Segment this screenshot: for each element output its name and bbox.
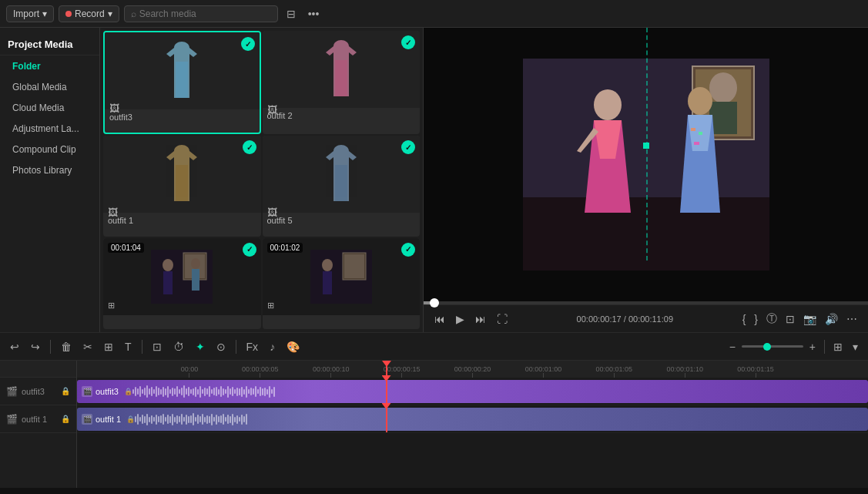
image-type-icon: 🖼 xyxy=(109,102,119,114)
step-forward-button[interactable]: ⏭ xyxy=(472,311,489,327)
step-back-button[interactable]: ⏮ xyxy=(431,311,448,327)
timeline-position-dot xyxy=(643,143,649,149)
ruler-mark-0: 00:00 xyxy=(154,365,225,378)
progress-bar[interactable] xyxy=(424,301,868,304)
tl-snap-button[interactable]: ⊙ xyxy=(213,338,230,355)
progress-fill xyxy=(424,301,435,304)
zoom-slider[interactable] xyxy=(742,345,803,348)
ruler-mark-1: 00:00:00:05 xyxy=(225,365,296,378)
sidebar-item-cloud-media[interactable]: Cloud Media xyxy=(3,98,96,118)
tl-fx-button[interactable]: Fx xyxy=(243,338,263,355)
photos-library-label: Photos Library xyxy=(12,165,72,176)
check-badge-outfit3: ✓ xyxy=(241,37,255,51)
sidebar-item-compound-clip[interactable]: Compound Clip xyxy=(3,139,96,160)
search-box[interactable]: ⌕ xyxy=(124,5,278,22)
tl-redo-button[interactable]: ↪ xyxy=(27,338,44,355)
tl-speed-button[interactable]: ⏱ xyxy=(169,338,188,355)
main-area: Project Media Folder Global Media Cloud … xyxy=(0,28,868,332)
tl-color-button[interactable]: 🎨 xyxy=(283,338,303,355)
ruler-label-5: 00:00:01:00 xyxy=(525,365,562,373)
edit-icon-button[interactable]: Ⓣ xyxy=(763,311,780,328)
tl-text-button[interactable]: T xyxy=(121,338,136,355)
media-item-outfit3[interactable]: 🖼 ✓ outfit3 xyxy=(103,31,261,134)
check-badge-video1: ✓ xyxy=(243,243,256,257)
settings-button[interactable]: ⋯ xyxy=(843,311,860,327)
tl-undo-button[interactable]: ↩ xyxy=(6,338,23,355)
clip-thumbnail-icon-2: 🎬 xyxy=(82,414,92,425)
tl-split-button[interactable]: ⊞ xyxy=(100,338,117,355)
search-input[interactable] xyxy=(139,8,271,19)
clip-waveform-outfit1 xyxy=(135,412,863,427)
track-row-outfit3[interactable]: 🎬 outfit3 🔒 xyxy=(77,378,868,405)
play-button[interactable]: ▶ xyxy=(453,311,468,327)
fullscreen-button[interactable]: ⛶ xyxy=(494,311,511,327)
audio-button[interactable]: 🔊 xyxy=(822,311,841,327)
duration-badge-video1: 00:01:04 xyxy=(108,243,144,253)
svg-point-19 xyxy=(594,89,622,120)
tl-sep-3 xyxy=(236,340,236,354)
zoom-in-button[interactable]: + xyxy=(806,338,819,355)
progress-thumb[interactable] xyxy=(430,298,439,307)
timeline-area: ↩ ↪ 🗑 ✂ ⊞ T ⊡ ⏱ ✦ ⊙ Fx ♪ 🎨 − + ⊞ ▾ xyxy=(0,332,868,494)
media-label-outfit2: outfit 2 xyxy=(263,108,421,124)
clip-lock-outfit1: 🔒 xyxy=(126,415,135,423)
mark-in-button[interactable]: { xyxy=(739,311,749,327)
media-item-outfit5[interactable]: 🖼 ✓ outfit 5 xyxy=(263,136,421,236)
time-total: 00:00:11:09 xyxy=(628,314,673,324)
adjustment-layer-label: Adjustment La... xyxy=(12,123,79,134)
record-button[interactable]: Record ▾ xyxy=(59,5,119,22)
media-thumb-outfit3 xyxy=(105,32,260,109)
media-label-video2 xyxy=(263,315,421,322)
track-label-outfit3: outfit3 xyxy=(22,387,45,396)
media-label-outfit1: outfit 1 xyxy=(103,213,261,229)
timeline-scroll[interactable] xyxy=(0,488,868,494)
grid-button[interactable]: ⊞ xyxy=(829,338,846,355)
media-item-video2[interactable]: 00:01:02 ⊞ ✓ xyxy=(263,238,421,329)
filter-button[interactable]: ⊟ xyxy=(283,5,300,22)
sidebar-item-adjustment-layer[interactable]: Adjustment La... xyxy=(3,119,96,139)
mark-out-button[interactable]: } xyxy=(751,311,761,327)
media-item-video1[interactable]: 00:01:04 ⊞ ✓ xyxy=(103,238,261,329)
tl-cut-button[interactable]: ✂ xyxy=(79,338,96,355)
clip-outfit1[interactable]: 🎬 outfit 1 🔒 xyxy=(77,408,868,431)
preview-video xyxy=(424,28,868,301)
clip-label-outfit3: outfit3 xyxy=(96,387,119,396)
clip-outfit3[interactable]: 🎬 outfit3 🔒 xyxy=(77,380,868,403)
sidebar-item-folder[interactable]: Folder xyxy=(3,56,96,76)
zoom-out-button[interactable]: − xyxy=(726,338,739,355)
time-display: 00:00:00:17 / 00:00:11:09 xyxy=(577,314,673,324)
ruler-mark-4: 00:00:00:20 xyxy=(437,365,508,378)
more-options-button[interactable]: ••• xyxy=(304,5,323,22)
import-chevron-icon: ▾ xyxy=(42,8,47,19)
time-current: 00:00:00:17 xyxy=(577,314,622,324)
tl-audio-button[interactable]: ♪ xyxy=(266,338,279,355)
sidebar-item-global-media[interactable]: Global Media xyxy=(3,77,96,97)
zoom-controls: − + ⊞ ▾ xyxy=(726,338,862,355)
ruler-label-1: 00:00:00:05 xyxy=(242,365,279,373)
timeline-content: 🎬 outfit3 🔒 🎬 outfit 1 🔒 00:00 xyxy=(0,361,868,488)
ruler-label-6: 00:00:01:05 xyxy=(596,365,633,373)
snapshot-button[interactable]: 📷 xyxy=(800,311,819,327)
preview-controls: ⏮ ▶ ⏭ ⛶ 00:00:00:17 / 00:00:11:09 { } Ⓣ … xyxy=(424,304,868,332)
media-item-outfit1[interactable]: 🖼 ✓ outfit 1 xyxy=(103,136,261,236)
track-lock-icon-2[interactable]: 🔒 xyxy=(61,415,70,423)
import-button[interactable]: Import ▾ xyxy=(6,5,54,22)
track-row-outfit1[interactable]: 🎬 outfit 1 🔒 xyxy=(77,405,868,433)
media-item-outfit2[interactable]: 🖼 ✓ outfit 2 xyxy=(263,31,421,134)
tl-crop-button[interactable]: ⊡ xyxy=(149,338,166,355)
media-thumb-outfit2 xyxy=(263,31,421,108)
sidebar-item-photos-library[interactable]: Photos Library xyxy=(3,160,96,180)
record-dot-icon xyxy=(65,11,72,17)
folder-label: Folder xyxy=(12,61,41,72)
tl-effect-button[interactable]: ✦ xyxy=(192,338,209,355)
ruler-label-0: 00:00 xyxy=(181,365,199,373)
global-media-label: Global Media xyxy=(12,82,67,92)
track-lock-icon-1[interactable]: 🔒 xyxy=(61,387,70,395)
media-label-video1 xyxy=(103,315,261,322)
more-tl-button[interactable]: ▾ xyxy=(849,338,862,355)
insert-button[interactable]: ⊡ xyxy=(783,311,798,327)
tl-delete-button[interactable]: 🗑 xyxy=(57,338,75,355)
import-label: Import xyxy=(13,8,39,19)
svg-rect-6 xyxy=(192,269,199,291)
media-panel: 🖼 ✓ outfit3 🖼 ✓ outfit 2 xyxy=(100,28,424,332)
